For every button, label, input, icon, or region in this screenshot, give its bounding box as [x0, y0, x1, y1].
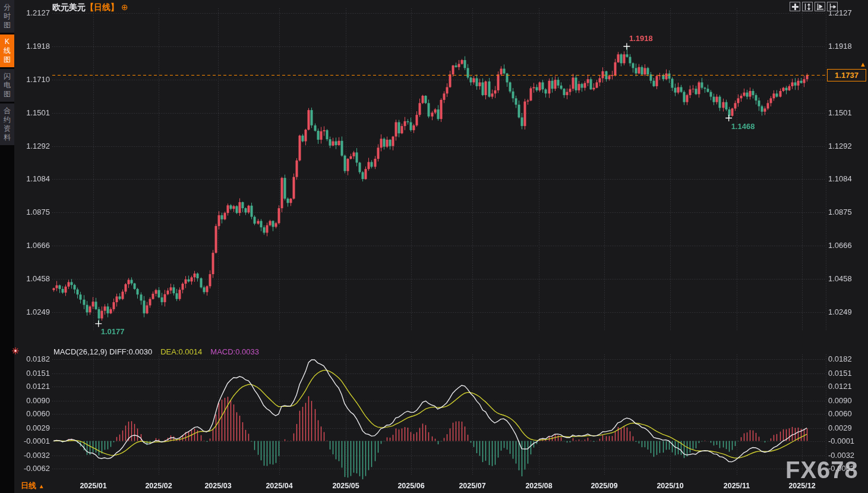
sidebar-tab-lightning-chart[interactable]: 闪电图 [0, 69, 14, 102]
price-axis-label-right: 1.1084 [828, 174, 852, 183]
x-axis-month-label: 2025/05 [325, 482, 367, 490]
fx678-watermark: FX678 [785, 457, 858, 483]
macd-axis-label-right: 0.0121 [828, 382, 852, 391]
sidebar-tab-label: K线图 [3, 37, 11, 64]
sidebar-tab-kline-chart[interactable]: K线图 [0, 34, 14, 67]
macd-axis-label-right: 0.0182 [828, 354, 852, 363]
macd-axis-label-right: 0.0151 [828, 369, 852, 378]
period-up-triangle-icon: ▲ [39, 483, 45, 489]
x-axis-scale-icon[interactable] [815, 2, 825, 11]
x-axis-month-label: 2025/07 [452, 482, 493, 490]
chart-toolbar [790, 2, 838, 11]
price-axis-label-right: 1.1918 [828, 42, 852, 51]
latest-price-arrow-icon[interactable]: ▲ [860, 61, 866, 68]
price-axis-label-right: 1.1292 [828, 142, 852, 150]
price-axis-label-right: 1.0458 [828, 274, 852, 283]
x-axis-month-label: 2025/11 [716, 482, 757, 490]
period-switcher[interactable]: 日线 ▲ [21, 481, 45, 491]
symbol-title: 欧元美元 [52, 2, 86, 12]
macd-hist-label: MACD:0.0033 [210, 347, 259, 356]
x-axis-month-label: 2025/02 [138, 482, 179, 490]
macd-axis-label-right: 0.0060 [828, 409, 852, 418]
sidebar-tab-label: 闪电图 [3, 72, 11, 99]
x-axis-month-label: 2025/06 [390, 482, 432, 490]
macd-params-diff-label: MACD(26,12,9) DIFF:0.0030 [53, 347, 152, 356]
x-axis-month-label: 2025/01 [72, 482, 114, 490]
reset-scale-icon[interactable] [827, 2, 838, 11]
extreme-price-annotation: 1.0177 [101, 327, 125, 336]
price-axis-label-right: 1.0249 [828, 307, 852, 316]
sidebar-tab-label: 合约资料 [3, 106, 11, 142]
x-axis-month-label: 2025/04 [258, 482, 300, 490]
macd-axis-label-right: 0.0029 [828, 423, 852, 432]
x-axis-month-label: 2025/08 [518, 482, 560, 490]
chart-app: 分时图 K线图 闪电图 合约资料 欧元美元【日线】 ⊕ [0, 0, 868, 493]
sidebar-tab-contract-info[interactable]: 合约资料 [0, 103, 14, 145]
y-axis-scale-icon[interactable] [802, 2, 813, 11]
extreme-price-annotation: 1.1468 [731, 122, 755, 131]
price-axis-label-right: 1.1501 [828, 108, 852, 117]
chart-type-sidebar: 分时图 K线图 闪电图 合约资料 [0, 0, 14, 493]
price-axis-label-right: 1.0666 [828, 241, 852, 250]
sidebar-tab-time-chart[interactable]: 分时图 [0, 0, 14, 33]
add-overlay-icon[interactable]: ⊕ [121, 2, 128, 12]
sidebar-tab-label: 分时图 [3, 3, 11, 30]
extreme-price-annotation: 1.1918 [629, 34, 653, 43]
macd-settings-icon[interactable] [11, 347, 20, 355]
pan-icon[interactable] [790, 2, 800, 11]
price-axis-label-right: 1.0875 [828, 208, 852, 216]
period-tag: 【日线】 [86, 2, 119, 12]
macd-readout: MACD(26,12,9) DIFF:0.0030DEA:0.0014MACD:… [53, 347, 259, 356]
macd-dea-label: DEA:0.0014 [160, 347, 202, 356]
current-price-label: 1.1737 [827, 69, 866, 81]
period-label: 日线 [21, 481, 36, 490]
macd-axis-label-right: 0.0090 [828, 396, 852, 405]
x-axis-month-label: 2025/03 [197, 482, 239, 490]
x-axis-month-label: 2025/10 [649, 482, 691, 490]
macd-axis-label-right: -0.0001 [828, 437, 854, 445]
chart-header: 欧元美元【日线】 ⊕ [52, 2, 128, 12]
price-macd-chart-canvas[interactable] [0, 0, 868, 493]
x-axis-month-label: 2025/09 [583, 482, 625, 490]
